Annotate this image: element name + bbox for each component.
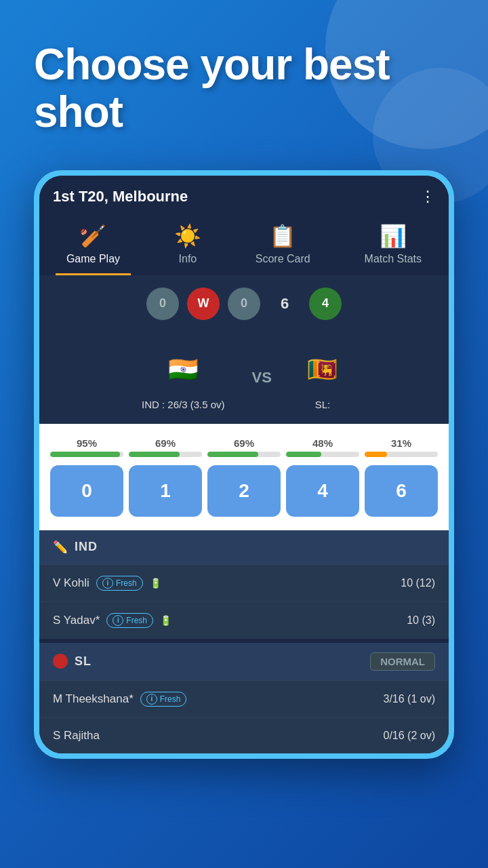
shot-4-btn[interactable]: 4: [286, 465, 359, 517]
player-left-kohli: V Kohli i Fresh 🔋: [53, 576, 161, 591]
info-label: Info: [179, 253, 197, 265]
sl-dot-icon: [53, 654, 68, 669]
fresh-badge-theekshana: i Fresh: [140, 692, 187, 707]
player-score-rajitha: 0/16 (2 ov): [384, 730, 435, 742]
player-score-theekshana: 3/16 (1 ov): [384, 693, 435, 705]
scorecard-label: Score Card: [256, 253, 310, 265]
ball-w: W: [187, 288, 220, 320]
fresh-badge-yadav: i Fresh: [106, 613, 153, 628]
score-balls-row: 0 W 0 6 4: [39, 275, 449, 332]
shot-1: 69% 1: [129, 437, 202, 517]
player-left-yadav: S Yadav* i Fresh 🔋: [53, 613, 171, 628]
tab-matchstats[interactable]: 📊 Match Stats: [354, 218, 432, 275]
headline-text: Choose your best shot: [34, 41, 454, 136]
ind-team-name: IND: [75, 540, 98, 554]
player-name-kohli: V Kohli: [53, 576, 89, 590]
info-icon-kohli: i: [102, 578, 113, 589]
shot-1-pct: 69%: [155, 437, 176, 449]
player-score-kohli: 10 (12): [401, 577, 435, 589]
table-row: S Yadav* i Fresh 🔋 10 (3): [39, 601, 449, 639]
sl-team-name: SL: [75, 654, 92, 669]
ball-4: 4: [309, 288, 342, 320]
shot-0-bar: [50, 452, 120, 457]
ind-team-icon: ✏️: [53, 540, 68, 555]
battery-icon-kohli: 🔋: [150, 578, 161, 589]
ball-0: 0: [146, 288, 179, 320]
shot-6-bar: [365, 452, 387, 457]
player-name-rajitha: S Rajitha: [53, 729, 100, 743]
tab-scorecard[interactable]: 📋 Score Card: [245, 218, 321, 275]
table-row: S Rajitha 0/16 (2 ov): [39, 717, 449, 753]
shot-1-bar: [129, 452, 180, 457]
scorecard-icon: 📋: [269, 223, 296, 249]
shot-0-btn[interactable]: 0: [50, 465, 123, 517]
player-left-rajitha: S Rajitha: [53, 729, 100, 743]
shot-0: 95% 0: [50, 437, 123, 517]
vs-label: VS: [252, 369, 272, 387]
shot-4: 48% 4: [286, 437, 359, 517]
player-left-theekshana: M Theekshana* i Fresh: [53, 692, 186, 707]
tab-gameplay[interactable]: 🏏 Game Play: [56, 218, 131, 275]
ball-0-2: 0: [228, 288, 260, 320]
fresh-badge-kohli: i Fresh: [96, 576, 143, 591]
ind-team-header: ✏️ IND: [39, 530, 449, 564]
shot-4-bar: [286, 452, 321, 457]
shot-2-bar-container: [207, 452, 281, 457]
nav-tabs: 🏏 Game Play ☀️ Info 📋 Score Card 📊 Match…: [39, 212, 449, 275]
shot-2-btn[interactable]: 2: [207, 465, 281, 517]
fresh-label-kohli: Fresh: [116, 578, 137, 588]
player-score-yadav: 10 (3): [407, 614, 435, 627]
sl-team-info: 🇱🇰 SL:: [299, 346, 346, 410]
gameplay-icon: 🏏: [79, 223, 106, 249]
match-section: 🇮🇳 IND : 26/3 (3.5 ov) VS 🇱🇰 SL:: [39, 332, 449, 424]
sl-players-section: SL NORMAL M Theekshana* i Fresh 3/16 (1 …: [39, 643, 449, 753]
sl-header-left: SL: [53, 654, 92, 669]
ind-flag: 🇮🇳: [159, 346, 207, 393]
ind-score: IND : 26/3 (3.5 ov): [142, 399, 225, 410]
match-title: 1st T20, Melbourne: [53, 188, 188, 205]
sl-flag: 🇱🇰: [299, 346, 346, 393]
shot-6-btn[interactable]: 6: [365, 465, 438, 517]
shot-4-pct: 48%: [312, 437, 333, 449]
info-icon-yadav: i: [113, 615, 123, 626]
matchstats-label: Match Stats: [365, 253, 422, 265]
battery-icon-yadav: 🔋: [160, 615, 171, 626]
fresh-label-theekshana: Fresh: [160, 694, 181, 704]
sl-team-header: SL NORMAL: [39, 643, 449, 680]
shot-2: 69% 2: [207, 437, 281, 517]
tab-info[interactable]: ☀️ Info: [163, 218, 212, 275]
sl-score: SL:: [315, 399, 331, 410]
shot-6: 31% 6: [365, 437, 438, 517]
shot-6-pct: 31%: [391, 437, 411, 449]
shot-0-bar-container: [50, 452, 123, 457]
gameplay-label: Game Play: [66, 253, 120, 265]
phone-inner: 1st T20, Melbourne ⋮ 🏏 Game Play ☀️ Info…: [39, 176, 449, 753]
headline-section: Choose your best shot: [0, 0, 488, 157]
shot-0-pct: 95%: [77, 437, 97, 449]
shot-1-bar-container: [129, 452, 202, 457]
shot-card: 95% 0 69% 1 69%: [39, 424, 449, 530]
title-bar: 1st T20, Melbourne ⋮: [39, 176, 449, 212]
shot-6-bar-container: [365, 452, 438, 457]
table-row: V Kohli i Fresh 🔋 10 (12): [39, 564, 449, 601]
more-options-icon[interactable]: ⋮: [420, 188, 435, 205]
ind-players-section: ✏️ IND V Kohli i Fresh 🔋 10 (12) S Yadav…: [39, 530, 449, 639]
difficulty-badge[interactable]: NORMAL: [370, 652, 435, 671]
matchstats-icon: 📊: [380, 223, 407, 249]
table-row: M Theekshana* i Fresh 3/16 (1 ov): [39, 680, 449, 717]
info-icon: ☀️: [174, 223, 201, 249]
shot-4-bar-container: [286, 452, 359, 457]
player-name-yadav: S Yadav*: [53, 614, 100, 627]
shot-options: 95% 0 69% 1 69%: [50, 437, 438, 517]
phone-container: 1st T20, Melbourne ⋮ 🏏 Game Play ☀️ Info…: [34, 170, 454, 759]
shot-1-btn[interactable]: 1: [129, 465, 202, 517]
shot-2-pct: 69%: [234, 437, 254, 449]
player-name-theekshana: M Theekshana*: [53, 692, 134, 706]
info-icon-theekshana: i: [146, 694, 157, 705]
fresh-label-yadav: Fresh: [126, 616, 147, 625]
shot-2-bar: [207, 452, 258, 457]
ind-team-info: 🇮🇳 IND : 26/3 (3.5 ov): [142, 346, 225, 410]
ball-6: 6: [268, 288, 301, 320]
